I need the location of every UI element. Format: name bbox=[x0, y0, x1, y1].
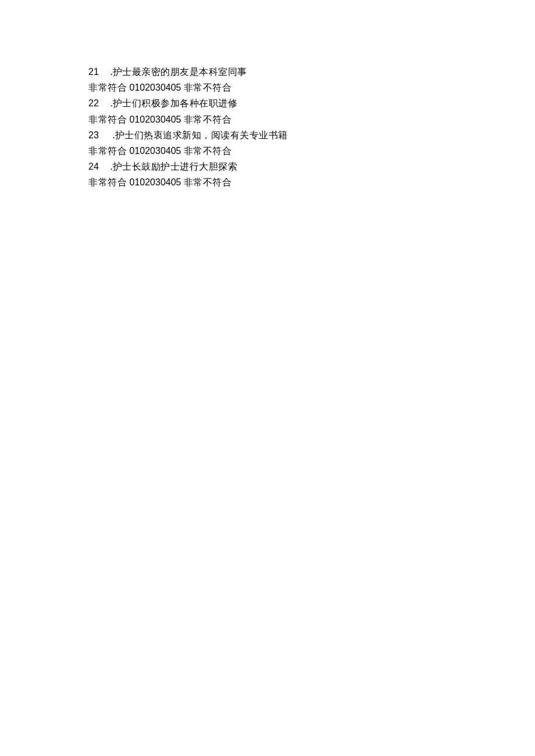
scale-right-label: 非常不符合 bbox=[184, 114, 232, 124]
question-text: 护士最亲密的朋友是本科室同事 bbox=[113, 64, 247, 80]
scale-options: 0102030405 bbox=[130, 114, 181, 124]
scale-right-label: 非常不符合 bbox=[184, 177, 232, 187]
question-item: 23 . 护士们热衷追求新知，阅读有关专业书籍 非常符合 0102030405 … bbox=[88, 127, 437, 159]
scale-line: 非常符合 0102030405 非常不符合 bbox=[88, 112, 437, 127]
question-number: 23 bbox=[88, 127, 99, 143]
question-number: 24 bbox=[88, 159, 99, 174]
question-text: 护士们积极参加各种在职进修 bbox=[113, 95, 238, 111]
scale-line: 非常符合 0102030405 非常不符合 bbox=[88, 143, 437, 159]
scale-options: 0102030405 bbox=[130, 83, 181, 92]
scale-right-label: 非常不符合 bbox=[184, 83, 232, 92]
question-text: 护士长鼓励护士进行大胆探索 bbox=[113, 159, 238, 174]
scale-options: 0102030405 bbox=[130, 146, 181, 156]
scale-right-label: 非常不符合 bbox=[184, 146, 232, 156]
scale-line: 非常符合 0102030405 非常不符合 bbox=[88, 174, 437, 190]
question-gap bbox=[99, 159, 110, 174]
question-text: 护士们热衷追求新知，阅读有关专业书籍 bbox=[115, 127, 288, 143]
scale-left-label: 非常符合 bbox=[88, 146, 127, 156]
question-line: 23 . 护士们热衷追求新知，阅读有关专业书籍 bbox=[88, 127, 437, 143]
question-gap bbox=[99, 95, 110, 111]
scale-left-label: 非常符合 bbox=[88, 83, 127, 92]
scale-options: 0102030405 bbox=[130, 177, 181, 187]
scale-left-label: 非常符合 bbox=[88, 177, 127, 187]
question-line: 21 . 护士最亲密的朋友是本科室同事 bbox=[88, 64, 437, 80]
question-gap bbox=[99, 64, 110, 80]
question-line: 24 . 护士长鼓励护士进行大胆探索 bbox=[88, 159, 437, 174]
question-item: 21 . 护士最亲密的朋友是本科室同事 非常符合 0102030405 非常不符… bbox=[88, 64, 437, 95]
question-number: 21 bbox=[88, 64, 99, 80]
question-gap bbox=[99, 127, 113, 143]
question-number: 22 bbox=[88, 95, 99, 111]
question-item: 24 . 护士长鼓励护士进行大胆探索 非常符合 0102030405 非常不符合 bbox=[88, 159, 437, 190]
scale-line: 非常符合 0102030405 非常不符合 bbox=[88, 80, 437, 95]
question-line: 22 . 护士们积极参加各种在职进修 bbox=[88, 95, 437, 111]
question-item: 22 . 护士们积极参加各种在职进修 非常符合 0102030405 非常不符合 bbox=[88, 95, 437, 127]
scale-left-label: 非常符合 bbox=[88, 114, 127, 124]
document-page: 21 . 护士最亲密的朋友是本科室同事 非常符合 0102030405 非常不符… bbox=[0, 0, 437, 191]
